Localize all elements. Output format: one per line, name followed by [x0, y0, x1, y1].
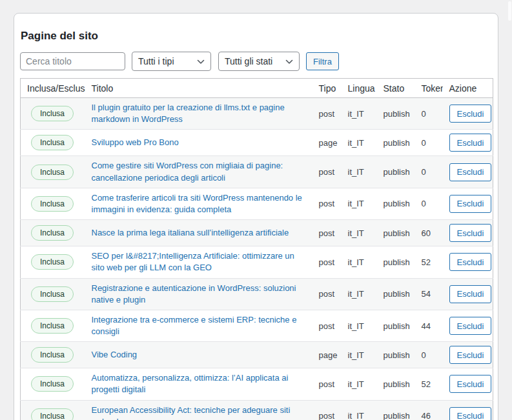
page-title-link[interactable]: SEO per l&#8217;Intelligenza Artificiale…	[92, 250, 305, 274]
token-cell: 0	[415, 98, 443, 130]
language-cell: it_IT	[342, 310, 377, 341]
language-cell: it_IT	[342, 130, 377, 156]
language-cell: it_IT	[342, 188, 377, 219]
table-row: Inclusa European Accessibility Act: tecn…	[21, 400, 493, 420]
inclusion-badge: Inclusa	[31, 347, 74, 363]
status-select-value: Tutti gli stati	[225, 56, 272, 66]
search-input[interactable]	[20, 52, 125, 70]
inclusion-badge: Inclusa	[31, 286, 74, 302]
status-cell: publish	[377, 130, 415, 156]
filter-bar: Tutti i tipi Tutti gli stati Filtra	[20, 52, 493, 71]
table-row: Inclusa Sviluppo web Pro Bono page it_IT…	[21, 130, 493, 156]
status-cell: publish	[377, 188, 415, 219]
token-cell: 54	[415, 278, 443, 310]
language-cell: it_IT	[342, 342, 377, 368]
table-row: Inclusa Integrazione tra e-commerce e si…	[21, 310, 493, 341]
chevron-down-icon	[197, 56, 205, 66]
page-title-link[interactable]: Sviluppo web Pro Bono	[92, 137, 179, 148]
status-cell: publish	[377, 156, 415, 188]
page-title-link[interactable]: Registrazione e autenticazione in WordPr…	[92, 283, 305, 306]
exclude-button[interactable]: Escludi	[449, 195, 492, 213]
token-cell: 46	[415, 400, 443, 420]
language-cell: it_IT	[342, 368, 377, 400]
language-cell: it_IT	[342, 156, 377, 188]
page-title-link[interactable]: Come gestire siti WordPress con migliaia…	[92, 160, 305, 183]
type-cell: post	[312, 246, 342, 278]
inclusion-badge: Inclusa	[31, 254, 74, 270]
language-cell: it_IT	[342, 98, 377, 130]
exclude-button[interactable]: Escludi	[449, 285, 492, 303]
type-select[interactable]: Tutti i tipi	[132, 52, 211, 71]
page-title-link[interactable]: Come trasferire articoli tra siti WordPr…	[92, 192, 305, 215]
type-cell: post	[312, 98, 342, 130]
header-type: Tipo	[312, 79, 342, 98]
page-title-link[interactable]: European Accessibility Act: tecniche per…	[92, 405, 305, 420]
page-title-link[interactable]: Automatizza, personalizza, ottimizza: l’…	[92, 372, 305, 395]
header-title: Titolo	[85, 79, 312, 98]
inclusion-badge: Inclusa	[31, 225, 74, 241]
page-title-link[interactable]: Nasce la prima lega italiana sull’intell…	[92, 227, 289, 239]
exclude-button[interactable]: Escludi	[449, 163, 492, 181]
table-header-row: Inclusa/Esclusa Titolo Tipo Lingua Stato…	[21, 79, 493, 98]
table-row: Inclusa Automatizza, personalizza, ottim…	[21, 368, 493, 400]
chevron-down-icon	[285, 56, 293, 66]
exclude-button[interactable]: Escludi	[449, 375, 492, 393]
type-cell: post	[312, 278, 342, 310]
status-cell: publish	[377, 246, 415, 278]
page-scrollbar[interactable]	[508, 1, 511, 21]
table-row: Inclusa Il plugin gratuito per la creazi…	[21, 98, 493, 130]
type-select-value: Tutti i tipi	[138, 56, 174, 66]
type-cell: page	[312, 130, 342, 156]
type-cell: post	[312, 156, 342, 188]
token-cell: 0	[415, 130, 443, 156]
header-token: Token	[415, 79, 443, 98]
pages-table: Inclusa/Esclusa Titolo Tipo Lingua Stato…	[20, 78, 493, 420]
status-cell: publish	[377, 278, 415, 310]
table-row: Inclusa Registrazione e autenticazione i…	[21, 278, 493, 310]
page-title-link[interactable]: Vibe Coding	[92, 349, 138, 361]
language-cell: it_IT	[342, 278, 377, 310]
type-cell: post	[312, 400, 342, 420]
token-cell: 52	[415, 368, 443, 400]
status-cell: publish	[377, 342, 415, 368]
inclusion-badge: Inclusa	[31, 135, 74, 150]
exclude-button[interactable]: Escludi	[449, 317, 492, 335]
status-select[interactable]: Tutti gli stati	[218, 52, 300, 71]
header-action: Azione	[443, 79, 493, 98]
page-title-link[interactable]: Il plugin gratuito per la creazione di l…	[92, 102, 305, 125]
exclude-button[interactable]: Escludi	[449, 134, 492, 152]
status-cell: publish	[377, 310, 415, 341]
token-cell: 0	[415, 156, 443, 188]
inclusion-badge: Inclusa	[31, 376, 74, 392]
status-cell: publish	[377, 368, 415, 400]
inclusion-badge: Inclusa	[31, 165, 74, 180]
token-cell: 0	[415, 342, 443, 368]
pages-panel: Pagine del sito Tutti i tipi Tutti gli s…	[14, 13, 498, 420]
exclude-button[interactable]: Escludi	[449, 224, 492, 242]
exclude-button[interactable]: Escludi	[449, 346, 492, 364]
table-row: Inclusa Come trasferire articoli tra sit…	[21, 188, 493, 219]
type-cell: post	[312, 188, 342, 219]
token-cell: 0	[415, 188, 443, 219]
type-cell: post	[312, 368, 342, 400]
inclusion-badge: Inclusa	[31, 318, 74, 334]
exclude-button[interactable]: Escludi	[449, 253, 492, 271]
language-cell: it_IT	[342, 220, 377, 246]
inclusion-badge: Inclusa	[31, 408, 74, 420]
type-cell: post	[312, 220, 342, 246]
header-inclusion: Inclusa/Esclusa	[21, 79, 85, 98]
header-status: Stato	[377, 79, 415, 98]
inclusion-badge: Inclusa	[31, 196, 74, 212]
page-title: Pagine del sito	[21, 30, 493, 43]
status-cell: publish	[377, 400, 415, 420]
table-row: Inclusa Come gestire siti WordPress con …	[21, 156, 493, 188]
filter-button[interactable]: Filtra	[306, 52, 339, 70]
header-language: Lingua	[342, 79, 377, 98]
status-cell: publish	[377, 98, 415, 130]
language-cell: it_IT	[342, 246, 377, 278]
exclude-button[interactable]: Escludi	[449, 407, 492, 420]
table-row: Inclusa Vibe Coding page it_IT publish 0…	[21, 342, 493, 368]
page-title-link[interactable]: Integrazione tra e-commerce e sistemi ER…	[92, 314, 305, 337]
exclude-button[interactable]: Escludi	[449, 105, 492, 123]
token-cell: 52	[415, 246, 443, 278]
